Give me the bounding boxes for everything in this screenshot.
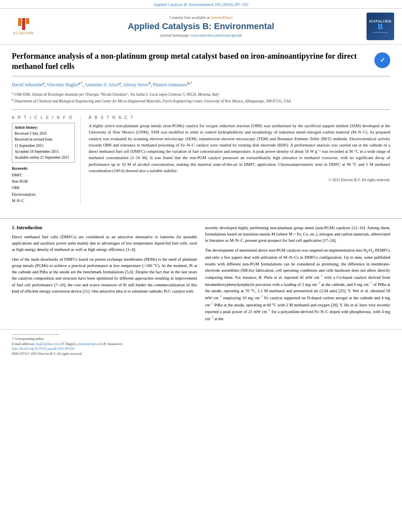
elsevier-logo: ELSEVIER bbox=[8, 18, 39, 35]
journal-header: ELSEVIER Contents lists available at Sci… bbox=[0, 8, 402, 44]
keywords-section: Keywords: DMFC Non-PGM ORR Electrocataly… bbox=[12, 167, 75, 204]
intro-para-1: Direct methanol fuel cells (DMFCs) are c… bbox=[12, 234, 197, 253]
journal-title: Applied Catalysis B: Environmental bbox=[43, 21, 359, 32]
sciencedirect-label: Contents lists available at ScienceDirec… bbox=[43, 15, 359, 20]
body-right: recently developed highly performing non… bbox=[205, 225, 390, 325]
abstract-title: A B S T R A C T bbox=[89, 115, 390, 120]
footnote-corresponding: * Corresponding author. bbox=[12, 336, 390, 341]
footnote-email: E-mail addresses: baglio@itae.cnr.it (V.… bbox=[12, 341, 390, 347]
paper-content: Performance analysis of a non-platinum g… bbox=[0, 44, 402, 212]
catalysis-badge: ICATALYSIS B Environmental bbox=[367, 13, 394, 40]
body-left: 1. Introduction Direct methanol fuel cel… bbox=[12, 225, 197, 325]
footnote-issn: 0926-3373/© 2015 Elsevier B.V. All right… bbox=[12, 351, 390, 356]
abstract-text: A highly active non-platinum group metal… bbox=[89, 123, 390, 174]
article-info-col: A R T I C L E I N F O Article history: R… bbox=[12, 115, 81, 204]
journal-title-block: Contents lists available at ScienceDirec… bbox=[43, 15, 359, 37]
journal-reference: Applied Catalysis B: Environmental 182 (… bbox=[0, 0, 402, 8]
journal-homepage: journal homepage: www.elsevier.com/locat… bbox=[43, 33, 359, 37]
intro-para-4: The development of mentioned above non-P… bbox=[205, 247, 390, 322]
authors-list: David Sebastiána, Vincenzo Baglioa,*, An… bbox=[12, 80, 390, 89]
section-heading-intro: 1. Introduction bbox=[12, 225, 197, 231]
intro-para-3: recently developed highly performing non… bbox=[205, 225, 390, 244]
footer: * Corresponding author. E-mail addresses… bbox=[0, 329, 402, 359]
footnote-separator bbox=[12, 334, 59, 335]
article-info-title: A R T I C L E I N F O bbox=[12, 115, 75, 120]
intro-para-2: One of the main drawbacks of DMFCs based… bbox=[12, 256, 197, 295]
paper-title-section: Performance analysis of a non-platinum g… bbox=[12, 51, 390, 76]
copyright: © 2015 Elsevier B.V. All rights reserved… bbox=[89, 178, 390, 182]
footnote-doi: http://dx.doi.org/10.1016/j.apcatb.2015.… bbox=[12, 346, 390, 351]
separator bbox=[0, 218, 402, 219]
affiliations: a CNR-ITAE, Istituto di Tecnologie Avanz… bbox=[12, 91, 390, 104]
paper-title: Performance analysis of a non-platinum g… bbox=[12, 51, 370, 71]
abstract-col: A B S T R A C T A highly active non-plat… bbox=[89, 115, 390, 204]
svg-text:✓: ✓ bbox=[380, 57, 385, 63]
body-text: 1. Introduction Direct methanol fuel cel… bbox=[0, 225, 402, 325]
catalysis-badge-container: ICATALYSIS B Environmental bbox=[363, 13, 394, 40]
article-history: Article history: Received 3 July 2015 Re… bbox=[12, 123, 75, 163]
crossmark-badge: ✓ bbox=[374, 52, 390, 68]
article-info-abstract: A R T I C L E I N F O Article history: R… bbox=[12, 109, 390, 204]
keywords-list: DMFC Non-PGM ORR Electrocatalysts M–N–C bbox=[12, 172, 75, 204]
